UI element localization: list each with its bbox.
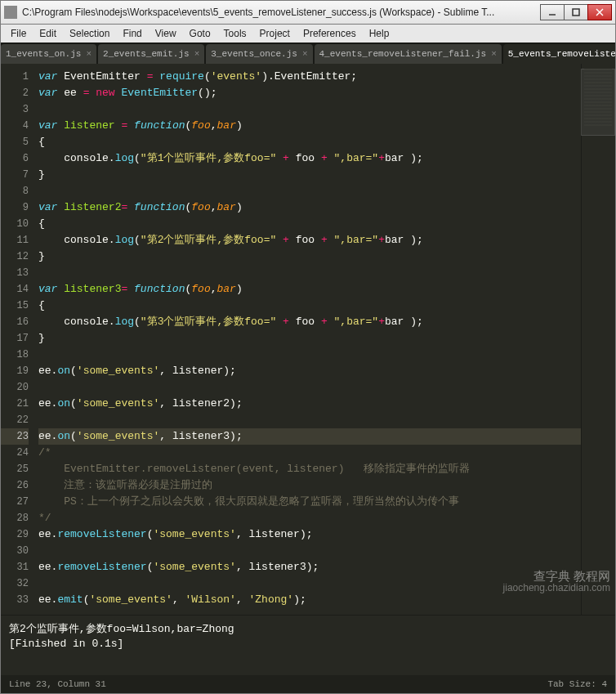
code-line[interactable]: {: [38, 216, 581, 232]
menu-help[interactable]: Help: [363, 26, 396, 41]
tab-label: 4_events_removeListener_fail.js: [319, 49, 487, 59]
editor[interactable]: 1234567891011121314151617181920212223242…: [1, 64, 615, 615]
line-number: 10: [1, 216, 29, 232]
tab-label: 1_events_on.js: [6, 49, 81, 59]
line-number: 30: [1, 543, 29, 559]
menu-tools[interactable]: Tools: [217, 26, 253, 41]
code-line[interactable]: [38, 575, 581, 592]
code-line[interactable]: var ee = new EventEmitter();: [38, 85, 581, 101]
menubar: FileEditSelectionFindViewGotoToolsProjec…: [0, 25, 616, 43]
code-line[interactable]: [38, 101, 581, 118]
code-line[interactable]: {: [38, 134, 581, 150]
tab[interactable]: 1_events_on.js×: [1, 44, 96, 64]
tab[interactable]: 5_events_removeListener_success.js×: [503, 44, 615, 64]
line-number: 1: [1, 69, 29, 85]
code-line[interactable]: ee.removeListener('some_events', listene…: [38, 559, 581, 575]
line-number: 23: [1, 428, 29, 445]
line-number: 26: [1, 477, 29, 494]
minimize-button[interactable]: [540, 4, 565, 20]
menu-view[interactable]: View: [149, 26, 183, 41]
line-number: 22: [1, 412, 29, 428]
menu-edit[interactable]: Edit: [33, 26, 63, 41]
code-line[interactable]: [38, 347, 581, 363]
close-icon[interactable]: ×: [491, 49, 497, 59]
line-number: 4: [1, 118, 29, 134]
minimap[interactable]: [581, 64, 615, 615]
statusbar: Line 23, Column 31 Tab Size: 4: [1, 675, 615, 693]
line-number: 8: [1, 183, 29, 199]
line-number: 2: [1, 85, 29, 101]
code-line[interactable]: var listener = function(foo,bar): [38, 118, 581, 134]
tab-label: 3_events_once.js: [211, 49, 297, 59]
status-position[interactable]: Line 23, Column 31: [9, 679, 106, 689]
line-number: 21: [1, 396, 29, 412]
menu-preferences[interactable]: Preferences: [297, 26, 363, 41]
tab[interactable]: 2_events_emit.js×: [98, 44, 204, 64]
menu-find[interactable]: Find: [116, 26, 148, 41]
code-line[interactable]: PS：上一个例子之后以会失败，很大原因就是忽略了监听器，理所当然的认为传个事: [38, 494, 581, 510]
tab[interactable]: 4_events_removeListener_fail.js×: [315, 44, 502, 64]
code-line[interactable]: [38, 379, 581, 396]
line-number: 28: [1, 510, 29, 526]
line-number: 7: [1, 167, 29, 183]
line-number: 16: [1, 314, 29, 330]
line-number: 27: [1, 494, 29, 510]
gutter: 1234567891011121314151617181920212223242…: [1, 64, 35, 615]
window-titlebar: C:\Program Files\nodejs\Workspace\events…: [0, 0, 616, 25]
code-line[interactable]: console.log("第3个监听事件,参数foo=" + foo + ",b…: [38, 314, 581, 330]
code-line[interactable]: */: [38, 510, 581, 526]
code-line[interactable]: /*: [38, 445, 581, 461]
line-number: 9: [1, 199, 29, 216]
tabbar: 1_events_on.js×2_events_emit.js×3_events…: [1, 43, 615, 64]
line-number: 32: [1, 575, 29, 592]
code-line[interactable]: {: [38, 298, 581, 314]
line-number: 17: [1, 330, 29, 347]
svg-rect-1: [573, 9, 579, 16]
code-line[interactable]: [38, 183, 581, 199]
code-area[interactable]: var EventEmitter = require('events').Eve…: [35, 64, 581, 615]
code-line[interactable]: [38, 543, 581, 559]
code-line[interactable]: EventEmitter.removeListener(event, liste…: [38, 461, 581, 477]
line-number: 15: [1, 298, 29, 314]
close-icon[interactable]: ×: [86, 49, 92, 59]
line-number: 19: [1, 363, 29, 379]
line-number: 12: [1, 248, 29, 265]
maximize-button[interactable]: [564, 4, 588, 20]
line-number: 11: [1, 232, 29, 248]
code-line[interactable]: ee.emit('some_events', 'Wilson', 'Zhong'…: [38, 592, 581, 608]
tab[interactable]: 3_events_once.js×: [206, 44, 312, 64]
status-tabsize[interactable]: Tab Size: 4: [547, 679, 607, 689]
code-line[interactable]: 注意：该监听器必须是注册过的: [38, 477, 581, 494]
menu-project[interactable]: Project: [253, 26, 297, 41]
line-number: 33: [1, 592, 29, 608]
code-line[interactable]: ee.on('some_events', listener);: [38, 363, 581, 379]
code-line[interactable]: }: [38, 167, 581, 183]
code-line[interactable]: var listener2= function(foo,bar): [38, 199, 581, 216]
menu-file[interactable]: File: [4, 26, 33, 41]
code-line[interactable]: [38, 265, 581, 281]
close-button[interactable]: [587, 4, 612, 20]
menu-goto[interactable]: Goto: [183, 26, 217, 41]
close-icon[interactable]: ×: [302, 49, 308, 59]
line-number: 31: [1, 559, 29, 575]
code-line[interactable]: var EventEmitter = require('events').Eve…: [38, 69, 581, 85]
code-line[interactable]: ee.removeListener('some_events', listene…: [38, 526, 581, 543]
line-number: 5: [1, 134, 29, 150]
tab-label: 5_events_removeListener_success.js: [508, 49, 615, 59]
code-line[interactable]: }: [38, 248, 581, 265]
console-line: [Finished in 0.1s]: [9, 637, 607, 651]
code-line[interactable]: ee.on('some_events', listener3);: [38, 428, 581, 445]
close-icon[interactable]: ×: [194, 49, 200, 59]
app-icon: [4, 6, 17, 19]
code-line[interactable]: }: [38, 330, 581, 347]
code-line[interactable]: [38, 412, 581, 428]
build-output: 第2个监听事件,参数foo=Wilson,bar=Zhong [Finished…: [1, 615, 615, 675]
code-line[interactable]: console.log("第2个监听事件,参数foo=" + foo + ",b…: [38, 232, 581, 248]
menu-selection[interactable]: Selection: [63, 26, 116, 41]
console-line: 第2个监听事件,参数foo=Wilson,bar=Zhong: [9, 622, 607, 637]
window-title: C:\Program Files\nodejs\Workspace\events…: [22, 7, 541, 18]
code-line[interactable]: console.log("第1个监听事件,参数foo=" + foo + ",b…: [38, 150, 581, 167]
code-line[interactable]: var listener3= function(foo,bar): [38, 281, 581, 298]
window-buttons: [541, 4, 612, 20]
code-line[interactable]: ee.on('some_events', listener2);: [38, 396, 581, 412]
